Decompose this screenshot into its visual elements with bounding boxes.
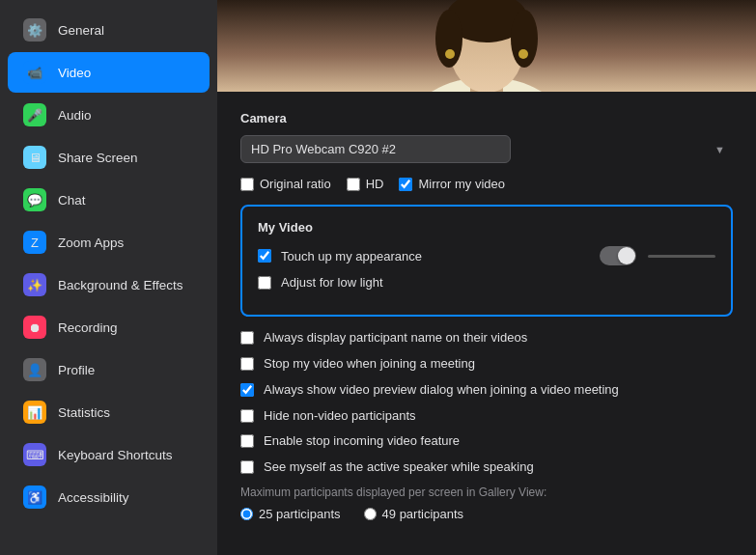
background-effects-icon: ✨ [23, 273, 46, 296]
gallery-view-label: Maximum participants displayed per scree… [240, 486, 733, 499]
sidebar-item-label-chat: Chat [58, 193, 86, 208]
main-content: Camera HD Pro Webcam C920 #2FaceTime HD … [217, 0, 756, 555]
always-show-preview-item[interactable]: Always show video preview dialog when jo… [240, 382, 733, 399]
always-show-preview-checkbox[interactable] [240, 383, 254, 397]
recording-icon: ⏺ [23, 316, 46, 339]
video-options-row: Original ratio HD Mirror my video [240, 177, 733, 191]
sidebar-item-label-accessibility: Accessibility [58, 490, 129, 505]
touch-up-row: Touch up my appearance [258, 246, 715, 265]
touch-up-toggle[interactable] [600, 246, 636, 265]
accessibility-icon: ♿ [23, 486, 46, 509]
camera-select-wrapper: HD Pro Webcam C920 #2FaceTime HD CameraO… [240, 135, 733, 163]
always-display-checkbox[interactable] [240, 331, 254, 345]
original-ratio-label: Original ratio [260, 177, 331, 191]
sidebar-item-label-audio: Audio [58, 108, 92, 123]
mirror-checkbox[interactable] [399, 178, 412, 191]
sidebar-item-video[interactable]: 📹Video [8, 52, 210, 93]
svg-point-8 [445, 49, 455, 59]
see-myself-checkbox[interactable] [240, 460, 254, 474]
general-icon: ⚙️ [23, 18, 46, 42]
hide-non-video-item[interactable]: Hide non-video participants [240, 408, 733, 425]
sidebar-item-label-profile: Profile [58, 363, 95, 377]
chat-icon: 💬 [23, 188, 46, 211]
camera-select[interactable]: HD Pro Webcam C920 #2FaceTime HD CameraO… [240, 135, 511, 163]
video-icon: 📹 [23, 61, 46, 84]
sidebar-item-keyboard-shortcuts[interactable]: ⌨Keyboard Shortcuts [8, 434, 210, 475]
always-display-label: Always display participant name on their… [264, 330, 527, 347]
radio-25-item[interactable]: 25 participants [240, 507, 341, 521]
sidebar-item-label-statistics: Statistics [58, 405, 110, 420]
select-arrow-icon: ▼ [714, 144, 725, 155]
adjust-low-light-checkbox[interactable] [258, 276, 271, 290]
sidebar-item-recording[interactable]: ⏺Recording [8, 307, 210, 347]
hd-checkbox[interactable] [347, 178, 360, 191]
always-display-item[interactable]: Always display participant name on their… [240, 330, 733, 347]
share-screen-icon: 🖥 [23, 146, 46, 169]
slider-track [648, 255, 715, 258]
radio-25-label: 25 participants [259, 507, 341, 521]
sidebar-item-zoom-apps[interactable]: ZZoom Apps [8, 222, 210, 263]
always-show-preview-label: Always show video preview dialog when jo… [264, 382, 619, 399]
touch-up-label: Touch up my appearance [281, 249, 590, 264]
hd-item[interactable]: HD [347, 177, 384, 191]
radio-49-item[interactable]: 49 participants [364, 507, 464, 521]
camera-section-label: Camera [240, 111, 733, 125]
sidebar-item-share-screen[interactable]: 🖥Share Screen [8, 137, 210, 178]
radio-25[interactable] [240, 508, 253, 520]
hide-non-video-label: Hide non-video participants [264, 408, 416, 425]
svg-point-6 [435, 10, 462, 68]
enable-stop-incoming-label: Enable stop incoming video feature [264, 433, 460, 450]
svg-point-9 [518, 49, 528, 59]
camera-preview [217, 0, 756, 92]
hide-non-video-checkbox[interactable] [240, 409, 254, 423]
sidebar-item-chat[interactable]: 💬Chat [8, 180, 210, 220]
audio-icon: 🎤 [23, 103, 46, 126]
sidebar-item-statistics[interactable]: 📊Statistics [8, 392, 210, 432]
sidebar-item-label-recording: Recording [58, 320, 118, 335]
sidebar-item-background-effects[interactable]: ✨Background & Effects [8, 264, 210, 305]
stop-video-checkbox[interactable] [240, 357, 254, 371]
radio-49-label: 49 participants [382, 507, 464, 521]
profile-icon: 👤 [23, 358, 46, 381]
sidebar-item-label-general: General [58, 23, 104, 38]
radio-49[interactable] [364, 508, 377, 520]
statistics-icon: 📊 [23, 401, 46, 424]
hd-label: HD [366, 177, 384, 191]
sidebar-item-profile[interactable]: 👤Profile [8, 349, 210, 390]
adjust-low-light-item[interactable]: Adjust for low light [258, 275, 715, 291]
sidebar-item-label-background-effects: Background & Effects [58, 278, 183, 292]
content-body: Camera HD Pro Webcam C920 #2FaceTime HD … [217, 92, 756, 537]
touch-up-checkbox[interactable] [258, 249, 271, 263]
sidebar-item-accessibility[interactable]: ♿Accessibility [8, 477, 210, 517]
sidebar-item-label-share-screen: Share Screen [58, 151, 138, 165]
mirror-label: Mirror my video [418, 177, 505, 191]
sidebar-item-label-keyboard-shortcuts: Keyboard Shortcuts [58, 448, 173, 462]
sidebar-item-label-video: Video [58, 66, 91, 80]
gallery-radio-row: 25 participants 49 participants [240, 507, 733, 521]
adjust-low-light-label: Adjust for low light [281, 275, 383, 291]
keyboard-shortcuts-icon: ⌨ [23, 443, 46, 466]
see-myself-label: See myself as the active speaker while s… [264, 459, 534, 476]
original-ratio-item[interactable]: Original ratio [240, 177, 331, 191]
touch-up-toggle-thumb [618, 247, 635, 264]
zoom-apps-icon: Z [23, 231, 46, 254]
original-ratio-checkbox[interactable] [240, 178, 254, 191]
sidebar: ⚙️General📹Video🎤Audio🖥Share Screen💬ChatZ… [0, 0, 217, 555]
stop-video-item[interactable]: Stop my video when joining a meeting [240, 356, 733, 373]
sidebar-item-general[interactable]: ⚙️General [8, 10, 210, 50]
mirror-item[interactable]: Mirror my video [399, 177, 505, 191]
enable-stop-incoming-item[interactable]: Enable stop incoming video feature [240, 433, 733, 450]
enable-stop-incoming-checkbox[interactable] [240, 434, 254, 448]
camera-person-image [217, 0, 756, 92]
see-myself-item[interactable]: See myself as the active speaker while s… [240, 459, 733, 476]
my-video-title: My Video [258, 220, 715, 235]
sidebar-item-audio[interactable]: 🎤Audio [8, 95, 210, 135]
stop-video-label: Stop my video when joining a meeting [264, 356, 475, 373]
sidebar-item-label-zoom-apps: Zoom Apps [58, 236, 124, 250]
svg-point-7 [511, 10, 538, 68]
my-video-box: My Video Touch up my appearance Adjust f… [240, 205, 733, 317]
